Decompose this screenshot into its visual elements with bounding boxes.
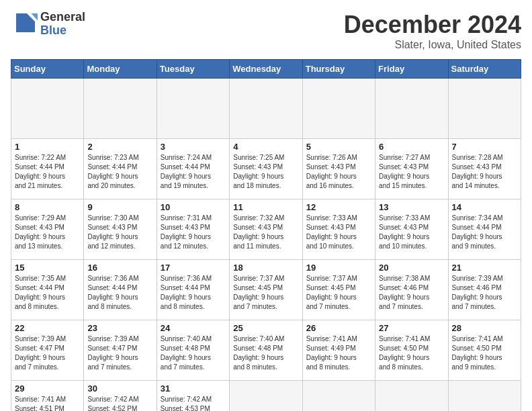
day-info: Sunrise: 7:39 AM Sunset: 4:47 PM Dayligh… xyxy=(87,334,152,372)
day-number: 25 xyxy=(233,323,298,333)
day-header-tuesday: Tuesday xyxy=(157,60,229,79)
calendar-cell: 17Sunrise: 7:36 AM Sunset: 4:44 PM Dayli… xyxy=(157,260,229,320)
svg-marker-0 xyxy=(16,13,35,32)
calendar-cell xyxy=(375,381,448,412)
day-info: Sunrise: 7:38 AM Sunset: 4:46 PM Dayligh… xyxy=(379,274,444,312)
day-number: 30 xyxy=(87,383,152,394)
day-info: Sunrise: 7:32 AM Sunset: 4:43 PM Dayligh… xyxy=(233,214,298,251)
day-info: Sunrise: 7:27 AM Sunset: 4:43 PM Dayligh… xyxy=(379,153,444,191)
week-row-4: 15Sunrise: 7:35 AM Sunset: 4:44 PM Dayli… xyxy=(11,260,521,320)
calendar-cell: 31Sunrise: 7:42 AM Sunset: 4:53 PM Dayli… xyxy=(157,381,229,412)
title-area: December 2024 Slater, Iowa, United State… xyxy=(344,11,521,51)
logo: General Blue xyxy=(11,11,85,38)
day-number: 8 xyxy=(15,202,80,212)
day-info: Sunrise: 7:40 AM Sunset: 4:48 PM Dayligh… xyxy=(233,334,298,372)
day-info: Sunrise: 7:36 AM Sunset: 4:44 PM Dayligh… xyxy=(87,274,152,312)
day-info: Sunrise: 7:34 AM Sunset: 4:44 PM Dayligh… xyxy=(452,214,517,251)
day-number: 28 xyxy=(452,323,517,333)
calendar-cell xyxy=(230,381,302,412)
day-number: 4 xyxy=(233,142,298,152)
day-header-wednesday: Wednesday xyxy=(230,60,302,79)
calendar-cell xyxy=(230,79,302,139)
day-info: Sunrise: 7:29 AM Sunset: 4:43 PM Dayligh… xyxy=(15,214,80,251)
day-info: Sunrise: 7:31 AM Sunset: 4:43 PM Dayligh… xyxy=(161,214,226,251)
day-number: 7 xyxy=(452,142,517,152)
day-info: Sunrise: 7:41 AM Sunset: 4:50 PM Dayligh… xyxy=(379,334,444,372)
week-row-5: 22Sunrise: 7:39 AM Sunset: 4:47 PM Dayli… xyxy=(11,320,521,381)
calendar-cell: 5Sunrise: 7:26 AM Sunset: 4:43 PM Daylig… xyxy=(302,139,375,199)
week-row-2: 1Sunrise: 7:22 AM Sunset: 4:44 PM Daylig… xyxy=(11,139,521,199)
day-header-monday: Monday xyxy=(84,60,157,79)
day-info: Sunrise: 7:39 AM Sunset: 4:47 PM Dayligh… xyxy=(15,334,80,372)
calendar-cell xyxy=(375,79,448,139)
calendar-cell: 18Sunrise: 7:37 AM Sunset: 4:45 PM Dayli… xyxy=(230,260,302,320)
day-number: 3 xyxy=(161,142,226,152)
day-info: Sunrise: 7:42 AM Sunset: 4:53 PM Dayligh… xyxy=(161,395,226,411)
calendar-cell xyxy=(11,79,84,139)
logo-general: General xyxy=(40,11,85,24)
calendar-cell: 15Sunrise: 7:35 AM Sunset: 4:44 PM Dayli… xyxy=(11,260,84,320)
calendar-cell: 6Sunrise: 7:27 AM Sunset: 4:43 PM Daylig… xyxy=(375,139,448,199)
day-info: Sunrise: 7:26 AM Sunset: 4:43 PM Dayligh… xyxy=(306,153,371,191)
day-number: 29 xyxy=(15,383,80,394)
calendar-cell: 14Sunrise: 7:34 AM Sunset: 4:44 PM Dayli… xyxy=(448,199,521,260)
day-number: 2 xyxy=(87,142,152,152)
calendar-table: SundayMondayTuesdayWednesdayThursdayFrid… xyxy=(11,59,521,411)
day-info: Sunrise: 7:41 AM Sunset: 4:51 PM Dayligh… xyxy=(15,395,80,411)
day-info: Sunrise: 7:25 AM Sunset: 4:43 PM Dayligh… xyxy=(233,153,298,191)
day-info: Sunrise: 7:40 AM Sunset: 4:48 PM Dayligh… xyxy=(161,334,226,372)
calendar-cell xyxy=(448,79,521,139)
day-number: 15 xyxy=(15,263,80,273)
calendar-cell: 12Sunrise: 7:33 AM Sunset: 4:43 PM Dayli… xyxy=(302,199,375,260)
day-number: 19 xyxy=(306,263,371,273)
day-header-saturday: Saturday xyxy=(448,60,521,79)
day-header-thursday: Thursday xyxy=(302,60,375,79)
calendar-cell: 23Sunrise: 7:39 AM Sunset: 4:47 PM Dayli… xyxy=(84,320,157,381)
day-header-sunday: Sunday xyxy=(11,60,84,79)
day-number: 16 xyxy=(87,263,152,273)
calendar-cell xyxy=(84,79,157,139)
calendar-cell: 16Sunrise: 7:36 AM Sunset: 4:44 PM Dayli… xyxy=(84,260,157,320)
day-info: Sunrise: 7:36 AM Sunset: 4:44 PM Dayligh… xyxy=(161,274,226,312)
day-number: 17 xyxy=(161,263,226,273)
calendar-cell: 7Sunrise: 7:28 AM Sunset: 4:43 PM Daylig… xyxy=(448,139,521,199)
day-info: Sunrise: 7:30 AM Sunset: 4:43 PM Dayligh… xyxy=(87,214,152,251)
day-number: 1 xyxy=(15,142,80,152)
day-info: Sunrise: 7:33 AM Sunset: 4:43 PM Dayligh… xyxy=(379,214,444,251)
logo-blue: Blue xyxy=(40,24,85,38)
day-info: Sunrise: 7:23 AM Sunset: 4:44 PM Dayligh… xyxy=(87,153,152,191)
calendar-cell: 25Sunrise: 7:40 AM Sunset: 4:48 PM Dayli… xyxy=(230,320,302,381)
calendar-cell: 30Sunrise: 7:42 AM Sunset: 4:52 PM Dayli… xyxy=(84,381,157,412)
day-number: 12 xyxy=(306,202,371,212)
day-info: Sunrise: 7:24 AM Sunset: 4:44 PM Dayligh… xyxy=(161,153,226,191)
calendar-cell: 19Sunrise: 7:37 AM Sunset: 4:45 PM Dayli… xyxy=(302,260,375,320)
calendar-cell: 9Sunrise: 7:30 AM Sunset: 4:43 PM Daylig… xyxy=(84,199,157,260)
calendar-cell: 2Sunrise: 7:23 AM Sunset: 4:44 PM Daylig… xyxy=(84,139,157,199)
calendar-cell xyxy=(302,381,375,412)
day-number: 20 xyxy=(379,263,444,273)
calendar-cell: 11Sunrise: 7:32 AM Sunset: 4:43 PM Dayli… xyxy=(230,199,302,260)
day-header-friday: Friday xyxy=(375,60,448,79)
week-row-1 xyxy=(11,79,521,139)
day-number: 27 xyxy=(379,323,444,333)
day-number: 22 xyxy=(15,323,80,333)
day-info: Sunrise: 7:37 AM Sunset: 4:45 PM Dayligh… xyxy=(306,274,371,312)
day-number: 6 xyxy=(379,142,444,152)
calendar-cell: 1Sunrise: 7:22 AM Sunset: 4:44 PM Daylig… xyxy=(11,139,84,199)
calendar-cell: 20Sunrise: 7:38 AM Sunset: 4:46 PM Dayli… xyxy=(375,260,448,320)
calendar-cell: 27Sunrise: 7:41 AM Sunset: 4:50 PM Dayli… xyxy=(375,320,448,381)
calendar-cell: 13Sunrise: 7:33 AM Sunset: 4:43 PM Dayli… xyxy=(375,199,448,260)
calendar-cell: 4Sunrise: 7:25 AM Sunset: 4:43 PM Daylig… xyxy=(230,139,302,199)
day-number: 10 xyxy=(161,202,226,212)
calendar-cell: 26Sunrise: 7:41 AM Sunset: 4:49 PM Dayli… xyxy=(302,320,375,381)
day-info: Sunrise: 7:41 AM Sunset: 4:49 PM Dayligh… xyxy=(306,334,371,372)
day-info: Sunrise: 7:39 AM Sunset: 4:46 PM Dayligh… xyxy=(452,274,517,312)
day-info: Sunrise: 7:22 AM Sunset: 4:44 PM Dayligh… xyxy=(15,153,80,191)
calendar-cell: 28Sunrise: 7:41 AM Sunset: 4:50 PM Dayli… xyxy=(448,320,521,381)
day-info: Sunrise: 7:33 AM Sunset: 4:43 PM Dayligh… xyxy=(306,214,371,251)
calendar-header-row: SundayMondayTuesdayWednesdayThursdayFrid… xyxy=(11,60,521,79)
calendar-cell xyxy=(157,79,229,139)
day-info: Sunrise: 7:28 AM Sunset: 4:43 PM Dayligh… xyxy=(452,153,517,191)
calendar-cell: 3Sunrise: 7:24 AM Sunset: 4:44 PM Daylig… xyxy=(157,139,229,199)
day-info: Sunrise: 7:42 AM Sunset: 4:52 PM Dayligh… xyxy=(87,395,152,411)
